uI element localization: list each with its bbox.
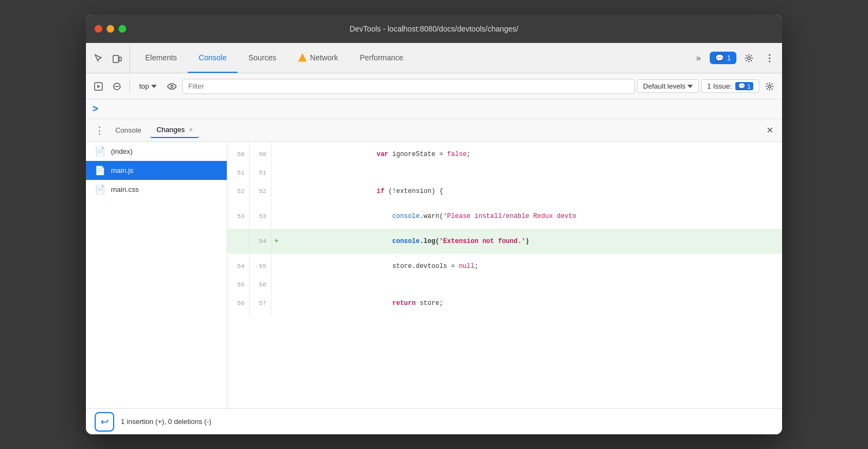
close-panel-icon[interactable]: ✕ <box>762 123 778 138</box>
prompt-symbol: > <box>92 103 98 115</box>
tab-performance[interactable]: Performance <box>349 43 414 73</box>
status-bar: ↩ 1 insertion (+), 0 deletions (-) <box>86 408 782 434</box>
console-toolbar: top Default levels 1 Issue: 💬 1 <box>86 73 782 99</box>
tab-console[interactable]: Console <box>188 43 237 73</box>
code-diff-view: 50 50 var ignoreState = false; 51 <box>227 142 782 408</box>
panel-tabs: Console Changes × <box>109 122 762 138</box>
clear-console-icon[interactable] <box>109 78 125 95</box>
tab-bar: Elements Console Sources Network Perform… <box>86 43 782 73</box>
code-table: 50 50 var ignoreState = false; 51 <box>227 142 782 316</box>
more-options-icon[interactable] <box>761 50 778 66</box>
filter-input[interactable] <box>182 79 635 94</box>
messages-badge-button[interactable]: 💬 1 <box>710 52 736 64</box>
file-item-main-css[interactable]: 📄 main.css <box>86 180 227 199</box>
table-row: 54 + console.log('Extension not found.') <box>227 229 782 254</box>
panel-header: ⋮ Console Changes × ✕ <box>86 119 782 142</box>
warning-icon <box>298 53 307 62</box>
svg-point-2 <box>748 57 751 59</box>
table-row: 53 53 console.warn('Please install/enabl… <box>227 204 782 229</box>
tab-elements[interactable]: Elements <box>134 43 188 73</box>
svg-point-10 <box>171 85 173 88</box>
table-row: 51 51 <box>227 167 782 179</box>
main-tabs: Elements Console Sources Network Perform… <box>134 43 692 73</box>
run-script-icon[interactable] <box>90 78 107 95</box>
table-row: 56 57 return store; <box>227 291 782 316</box>
devtools-icons <box>90 43 130 73</box>
revert-button[interactable]: ↩ <box>95 412 114 432</box>
table-row: 55 56 <box>227 279 782 291</box>
devtools-body: Elements Console Sources Network Perform… <box>86 43 782 434</box>
main-content: ⋮ Console Changes × ✕ 📄 <box>86 119 782 434</box>
console-prompt-line[interactable]: > <box>86 99 782 119</box>
svg-point-5 <box>769 60 771 62</box>
eye-icon[interactable] <box>164 78 180 95</box>
tab-bar-right: » 💬 1 <box>692 43 778 73</box>
svg-rect-0 <box>113 55 119 63</box>
context-label: top <box>139 82 149 90</box>
svg-point-3 <box>769 54 771 55</box>
file-icon-css: 📄 <box>95 184 106 195</box>
table-row: 52 52 if (!extension) { <box>227 179 782 204</box>
close-button[interactable] <box>95 25 102 33</box>
separator-1 <box>129 80 130 93</box>
svg-marker-7 <box>97 85 100 88</box>
maximize-button[interactable] <box>119 25 126 33</box>
svg-point-4 <box>769 57 771 59</box>
tab-network[interactable]: Network <box>287 43 349 73</box>
device-icon[interactable] <box>109 50 125 66</box>
file-item-index[interactable]: 📄 (index) <box>86 142 227 161</box>
file-item-main-js[interactable]: 📄 main.js <box>86 161 227 180</box>
settings-gear-icon[interactable] <box>741 50 757 66</box>
tab-changes-panel[interactable]: Changes × <box>150 122 200 138</box>
badge-chat-icon: 💬 <box>715 54 724 62</box>
console-settings-gear-icon[interactable] <box>761 78 778 95</box>
devtools-window: DevTools - localhost:8080/docs/devtools/… <box>86 15 782 434</box>
close-changes-tab-icon[interactable]: × <box>189 126 193 134</box>
window-title: DevTools - localhost:8080/docs/devtools/… <box>350 24 519 33</box>
diff-summary: 1 insertion (+), 0 deletions (-) <box>121 417 212 426</box>
file-icon-js: 📄 <box>95 165 106 176</box>
default-levels-button[interactable]: Default levels <box>637 79 699 93</box>
split-view: 📄 (index) 📄 main.js 📄 main.css <box>86 142 782 408</box>
panel-menu-icon[interactable]: ⋮ <box>90 122 109 139</box>
file-list: 📄 (index) 📄 main.js 📄 main.css <box>86 142 227 408</box>
issues-button[interactable]: 1 Issue: 💬 1 <box>701 79 759 93</box>
minimize-button[interactable] <box>107 25 114 33</box>
traffic-lights <box>95 25 126 33</box>
file-icon-html: 📄 <box>95 146 106 157</box>
inspect-icon[interactable] <box>90 50 107 66</box>
table-row: 54 55 store.devtools = null; <box>227 254 782 279</box>
issue-chat-icon: 💬 <box>738 83 746 90</box>
context-selector[interactable]: top <box>134 79 162 93</box>
tab-console-panel[interactable]: Console <box>109 123 148 138</box>
svg-point-11 <box>768 85 771 88</box>
tab-sources[interactable]: Sources <box>238 43 287 73</box>
svg-rect-1 <box>119 57 121 61</box>
table-row: 50 50 var ignoreState = false; <box>227 142 782 167</box>
issues-badge: 💬 1 <box>735 82 753 90</box>
titlebar: DevTools - localhost:8080/docs/devtools/… <box>86 15 782 43</box>
more-tabs-button[interactable]: » <box>692 51 705 65</box>
